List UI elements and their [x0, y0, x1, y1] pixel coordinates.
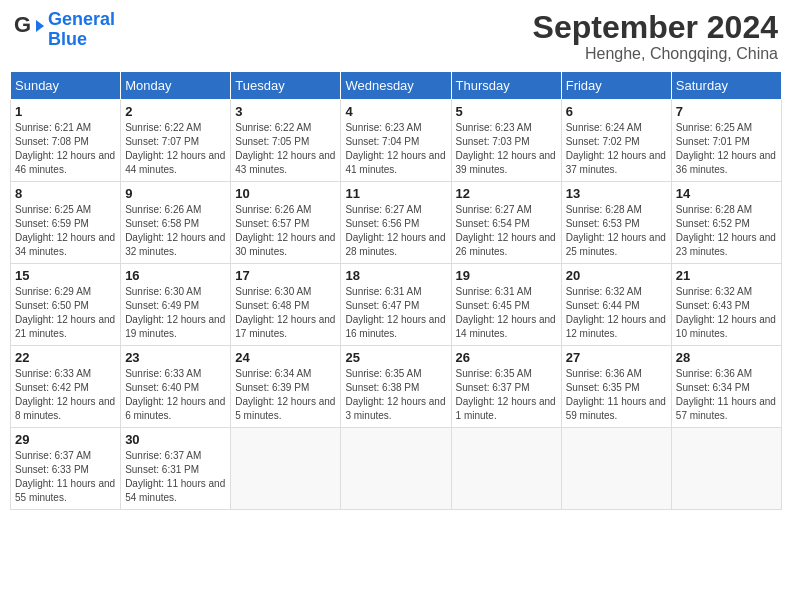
- day-detail: Sunrise: 6:25 AM Sunset: 6:59 PM Dayligh…: [15, 203, 116, 259]
- day-detail: Sunrise: 6:35 AM Sunset: 6:37 PM Dayligh…: [456, 367, 557, 423]
- day-number: 24: [235, 350, 336, 365]
- day-detail: Sunrise: 6:28 AM Sunset: 6:52 PM Dayligh…: [676, 203, 777, 259]
- logo: G General Blue: [14, 10, 115, 50]
- day-number: 7: [676, 104, 777, 119]
- calendar-cell: 3Sunrise: 6:22 AM Sunset: 7:05 PM Daylig…: [231, 100, 341, 182]
- calendar-cell: [341, 428, 451, 510]
- day-detail: Sunrise: 6:31 AM Sunset: 6:45 PM Dayligh…: [456, 285, 557, 341]
- calendar-cell: 20Sunrise: 6:32 AM Sunset: 6:44 PM Dayli…: [561, 264, 671, 346]
- month-title: September 2024: [533, 10, 778, 45]
- calendar-cell: 11Sunrise: 6:27 AM Sunset: 6:56 PM Dayli…: [341, 182, 451, 264]
- day-number: 27: [566, 350, 667, 365]
- page-header: G General Blue September 2024 Henghe, Ch…: [10, 10, 782, 63]
- day-number: 26: [456, 350, 557, 365]
- day-number: 20: [566, 268, 667, 283]
- day-number: 10: [235, 186, 336, 201]
- calendar-cell: 8Sunrise: 6:25 AM Sunset: 6:59 PM Daylig…: [11, 182, 121, 264]
- calendar-cell: 25Sunrise: 6:35 AM Sunset: 6:38 PM Dayli…: [341, 346, 451, 428]
- day-number: 12: [456, 186, 557, 201]
- calendar-cell: 13Sunrise: 6:28 AM Sunset: 6:53 PM Dayli…: [561, 182, 671, 264]
- day-number: 22: [15, 350, 116, 365]
- day-number: 23: [125, 350, 226, 365]
- weekday-header-tuesday: Tuesday: [231, 72, 341, 100]
- day-detail: Sunrise: 6:34 AM Sunset: 6:39 PM Dayligh…: [235, 367, 336, 423]
- day-detail: Sunrise: 6:31 AM Sunset: 6:47 PM Dayligh…: [345, 285, 446, 341]
- day-number: 13: [566, 186, 667, 201]
- day-detail: Sunrise: 6:26 AM Sunset: 6:57 PM Dayligh…: [235, 203, 336, 259]
- day-detail: Sunrise: 6:21 AM Sunset: 7:08 PM Dayligh…: [15, 121, 116, 177]
- location-title: Henghe, Chongqing, China: [533, 45, 778, 63]
- calendar-cell: 4Sunrise: 6:23 AM Sunset: 7:04 PM Daylig…: [341, 100, 451, 182]
- day-detail: Sunrise: 6:35 AM Sunset: 6:38 PM Dayligh…: [345, 367, 446, 423]
- day-number: 3: [235, 104, 336, 119]
- calendar-cell: 22Sunrise: 6:33 AM Sunset: 6:42 PM Dayli…: [11, 346, 121, 428]
- weekday-header-saturday: Saturday: [671, 72, 781, 100]
- day-number: 4: [345, 104, 446, 119]
- calendar-cell: 2Sunrise: 6:22 AM Sunset: 7:07 PM Daylig…: [121, 100, 231, 182]
- title-block: September 2024 Henghe, Chongqing, China: [533, 10, 778, 63]
- calendar-cell: 26Sunrise: 6:35 AM Sunset: 6:37 PM Dayli…: [451, 346, 561, 428]
- weekday-header-sunday: Sunday: [11, 72, 121, 100]
- day-number: 1: [15, 104, 116, 119]
- day-number: 18: [345, 268, 446, 283]
- weekday-header-thursday: Thursday: [451, 72, 561, 100]
- weekday-header-monday: Monday: [121, 72, 231, 100]
- calendar-cell: 14Sunrise: 6:28 AM Sunset: 6:52 PM Dayli…: [671, 182, 781, 264]
- day-number: 5: [456, 104, 557, 119]
- day-detail: Sunrise: 6:26 AM Sunset: 6:58 PM Dayligh…: [125, 203, 226, 259]
- day-number: 8: [15, 186, 116, 201]
- day-detail: Sunrise: 6:28 AM Sunset: 6:53 PM Dayligh…: [566, 203, 667, 259]
- day-detail: Sunrise: 6:33 AM Sunset: 6:40 PM Dayligh…: [125, 367, 226, 423]
- day-detail: Sunrise: 6:33 AM Sunset: 6:42 PM Dayligh…: [15, 367, 116, 423]
- day-number: 11: [345, 186, 446, 201]
- calendar-cell: 12Sunrise: 6:27 AM Sunset: 6:54 PM Dayli…: [451, 182, 561, 264]
- weekday-header-friday: Friday: [561, 72, 671, 100]
- day-detail: Sunrise: 6:23 AM Sunset: 7:03 PM Dayligh…: [456, 121, 557, 177]
- day-detail: Sunrise: 6:37 AM Sunset: 6:31 PM Dayligh…: [125, 449, 226, 505]
- day-detail: Sunrise: 6:27 AM Sunset: 6:54 PM Dayligh…: [456, 203, 557, 259]
- calendar-cell: 21Sunrise: 6:32 AM Sunset: 6:43 PM Dayli…: [671, 264, 781, 346]
- day-detail: Sunrise: 6:27 AM Sunset: 6:56 PM Dayligh…: [345, 203, 446, 259]
- svg-marker-1: [36, 20, 44, 32]
- calendar-table: SundayMondayTuesdayWednesdayThursdayFrid…: [10, 71, 782, 510]
- day-number: 29: [15, 432, 116, 447]
- calendar-cell: 23Sunrise: 6:33 AM Sunset: 6:40 PM Dayli…: [121, 346, 231, 428]
- day-number: 15: [15, 268, 116, 283]
- day-number: 19: [456, 268, 557, 283]
- day-detail: Sunrise: 6:36 AM Sunset: 6:34 PM Dayligh…: [676, 367, 777, 423]
- day-number: 30: [125, 432, 226, 447]
- logo-text: General: [48, 10, 115, 30]
- calendar-cell: 19Sunrise: 6:31 AM Sunset: 6:45 PM Dayli…: [451, 264, 561, 346]
- calendar-cell: [231, 428, 341, 510]
- calendar-cell: 16Sunrise: 6:30 AM Sunset: 6:49 PM Dayli…: [121, 264, 231, 346]
- day-number: 2: [125, 104, 226, 119]
- calendar-cell: 28Sunrise: 6:36 AM Sunset: 6:34 PM Dayli…: [671, 346, 781, 428]
- calendar-cell: 18Sunrise: 6:31 AM Sunset: 6:47 PM Dayli…: [341, 264, 451, 346]
- day-number: 17: [235, 268, 336, 283]
- calendar-cell: [561, 428, 671, 510]
- day-detail: Sunrise: 6:36 AM Sunset: 6:35 PM Dayligh…: [566, 367, 667, 423]
- calendar-cell: 27Sunrise: 6:36 AM Sunset: 6:35 PM Dayli…: [561, 346, 671, 428]
- day-detail: Sunrise: 6:30 AM Sunset: 6:49 PM Dayligh…: [125, 285, 226, 341]
- day-detail: Sunrise: 6:23 AM Sunset: 7:04 PM Dayligh…: [345, 121, 446, 177]
- calendar-cell: 17Sunrise: 6:30 AM Sunset: 6:48 PM Dayli…: [231, 264, 341, 346]
- calendar-cell: 5Sunrise: 6:23 AM Sunset: 7:03 PM Daylig…: [451, 100, 561, 182]
- day-number: 9: [125, 186, 226, 201]
- calendar-cell: 1Sunrise: 6:21 AM Sunset: 7:08 PM Daylig…: [11, 100, 121, 182]
- day-detail: Sunrise: 6:32 AM Sunset: 6:44 PM Dayligh…: [566, 285, 667, 341]
- day-number: 21: [676, 268, 777, 283]
- day-detail: Sunrise: 6:32 AM Sunset: 6:43 PM Dayligh…: [676, 285, 777, 341]
- day-detail: Sunrise: 6:22 AM Sunset: 7:07 PM Dayligh…: [125, 121, 226, 177]
- calendar-cell: 7Sunrise: 6:25 AM Sunset: 7:01 PM Daylig…: [671, 100, 781, 182]
- day-detail: Sunrise: 6:24 AM Sunset: 7:02 PM Dayligh…: [566, 121, 667, 177]
- weekday-header-wednesday: Wednesday: [341, 72, 451, 100]
- day-number: 25: [345, 350, 446, 365]
- day-detail: Sunrise: 6:22 AM Sunset: 7:05 PM Dayligh…: [235, 121, 336, 177]
- calendar-cell: [671, 428, 781, 510]
- day-detail: Sunrise: 6:37 AM Sunset: 6:33 PM Dayligh…: [15, 449, 116, 505]
- calendar-cell: 30Sunrise: 6:37 AM Sunset: 6:31 PM Dayli…: [121, 428, 231, 510]
- calendar-cell: 29Sunrise: 6:37 AM Sunset: 6:33 PM Dayli…: [11, 428, 121, 510]
- day-number: 28: [676, 350, 777, 365]
- day-detail: Sunrise: 6:29 AM Sunset: 6:50 PM Dayligh…: [15, 285, 116, 341]
- day-number: 16: [125, 268, 226, 283]
